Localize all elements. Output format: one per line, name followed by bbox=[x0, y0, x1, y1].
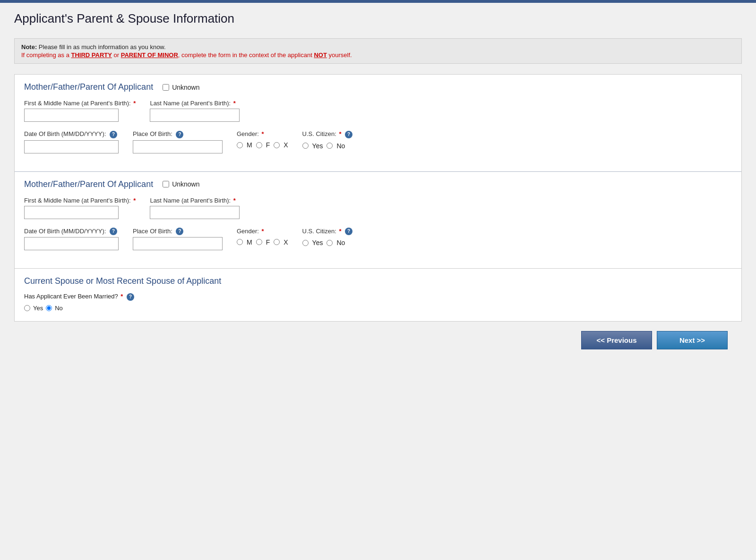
parent2-header: Mother/Father/Parent Of Applicant Unknow… bbox=[24, 179, 732, 189]
parent1-dob-group: Date Of Birth (MM/DD/YYYY): ? bbox=[24, 130, 119, 153]
parent2-gender-required: * bbox=[262, 228, 264, 235]
parent2-gender-options: M F X bbox=[237, 238, 288, 246]
bottom-nav: << Previous Next >> bbox=[14, 322, 742, 359]
parent2-gender-m-radio[interactable] bbox=[237, 239, 243, 245]
parent2-citizen-yes-label: Yes bbox=[312, 239, 323, 246]
parent1-last-name-input[interactable] bbox=[150, 109, 240, 122]
parent2-gender-x-label: X bbox=[284, 238, 288, 246]
married-question: Has Applicant Ever Been Married? * ? bbox=[24, 293, 732, 301]
parent2-last-name-group: Last Name (at Parent's Birth): * bbox=[150, 197, 240, 219]
parent2-name-row: First & Middle Name (at Parent's Birth):… bbox=[24, 197, 732, 219]
parent1-first-name-label: First & Middle Name (at Parent's Birth):… bbox=[24, 100, 136, 107]
parent2-gender-f-radio[interactable] bbox=[256, 239, 262, 245]
parent1-last-name-label: Last Name (at Parent's Birth): * bbox=[150, 100, 240, 107]
parent1-last-name-required: * bbox=[233, 100, 236, 107]
parent1-gender-required: * bbox=[262, 130, 264, 137]
parent1-pob-help-icon[interactable]: ? bbox=[176, 131, 183, 138]
parent1-gender-x-radio[interactable] bbox=[274, 142, 280, 148]
parent1-citizen-yes-label: Yes bbox=[312, 142, 323, 150]
married-no-radio[interactable] bbox=[46, 305, 52, 311]
parent2-dob-label: Date Of Birth (MM/DD/YYYY): ? bbox=[24, 228, 119, 236]
parent1-name-row: First & Middle Name (at Parent's Birth):… bbox=[24, 100, 732, 122]
parent1-last-name-group: Last Name (at Parent's Birth): * bbox=[150, 100, 240, 122]
parent1-pob-label: Place Of Birth: ? bbox=[133, 130, 223, 138]
spouse-title: Current Spouse or Most Recent Spouse of … bbox=[24, 276, 732, 286]
parent1-gender-m-radio[interactable] bbox=[237, 142, 243, 148]
parent1-unknown-checkbox[interactable] bbox=[163, 84, 169, 91]
parent2-unknown-checkbox[interactable] bbox=[163, 181, 169, 187]
parent2-dob-help-icon[interactable]: ? bbox=[110, 228, 117, 235]
parent1-inner: Mother/Father/Parent Of Applicant Unknow… bbox=[15, 75, 741, 171]
parent1-citizen-group: U.S. Citizen: * ? Yes No bbox=[302, 130, 353, 153]
page-title: Applicant's Parent & Spouse Information bbox=[14, 11, 742, 30]
parent1-unknown-label[interactable]: Unknown bbox=[172, 84, 199, 91]
married-yes-radio[interactable] bbox=[24, 305, 30, 311]
parent2-gender-x-radio[interactable] bbox=[274, 239, 280, 245]
parent1-unknown-group: Unknown bbox=[163, 84, 199, 91]
parent2-citizen-no-radio[interactable] bbox=[326, 240, 333, 246]
parent2-first-name-input[interactable] bbox=[24, 206, 119, 219]
parent1-gender-f-label: F bbox=[266, 141, 270, 149]
parent1-gender-f-radio[interactable] bbox=[256, 142, 262, 148]
parent2-pob-group: Place Of Birth: ? bbox=[133, 228, 223, 251]
parent1-section: Mother/Father/Parent Of Applicant Unknow… bbox=[14, 74, 742, 269]
parent1-citizen-yes-radio[interactable] bbox=[302, 143, 309, 149]
parent2-gender-label: Gender: * bbox=[237, 228, 288, 235]
parent2-gender-group: Gender: * M F X bbox=[237, 228, 288, 251]
parent1-header: Mother/Father/Parent Of Applicant Unknow… bbox=[24, 82, 732, 92]
note-body: Please fill in as much information as yo… bbox=[39, 43, 166, 51]
parent2-citizen-label: U.S. Citizen: * ? bbox=[302, 228, 353, 236]
parent1-citizen-no-label: No bbox=[336, 142, 345, 150]
note-box: Note: Please fill in as much information… bbox=[14, 38, 742, 64]
married-question-label: Has Applicant Ever Been Married? bbox=[24, 293, 118, 300]
married-options-row: Yes No bbox=[24, 305, 732, 312]
parent2-citizen-group: U.S. Citizen: * ? Yes No bbox=[302, 228, 353, 251]
parent1-pob-input[interactable] bbox=[133, 140, 223, 153]
parent1-gender-label: Gender: * bbox=[237, 130, 288, 137]
parent2-citizen-no-label: No bbox=[336, 239, 345, 246]
spouse-section: Current Spouse or Most Recent Spouse of … bbox=[14, 269, 742, 322]
parent2-last-name-input[interactable] bbox=[150, 206, 240, 219]
parent2-first-name-label: First & Middle Name (at Parent's Birth):… bbox=[24, 197, 136, 204]
parent1-dob-input[interactable] bbox=[24, 140, 119, 153]
parent2-pob-help-icon[interactable]: ? bbox=[176, 228, 183, 235]
parent1-gender-options: M F X bbox=[237, 141, 288, 149]
parent2-dob-input[interactable] bbox=[24, 237, 119, 250]
parent2-citizen-help-icon[interactable]: ? bbox=[345, 228, 352, 235]
parent1-citizen-required: * bbox=[339, 130, 341, 137]
parent1-gender-group: Gender: * M F X bbox=[237, 130, 288, 153]
parent1-first-name-required: * bbox=[133, 100, 136, 107]
married-help-icon[interactable]: ? bbox=[127, 293, 134, 301]
warning-text: If completing as a THIRD PARTY or PARENT… bbox=[21, 51, 735, 59]
parent1-first-name-input[interactable] bbox=[24, 109, 119, 122]
parent2-title: Mother/Father/Parent Of Applicant bbox=[24, 179, 153, 189]
parent2-inner: Mother/Father/Parent Of Applicant Unknow… bbox=[15, 171, 741, 269]
parent2-citizen-required: * bbox=[339, 228, 341, 235]
parent2-citizen-yes-radio[interactable] bbox=[302, 240, 309, 246]
parent2-unknown-label[interactable]: Unknown bbox=[172, 180, 199, 188]
next-button[interactable]: Next >> bbox=[657, 331, 728, 349]
parent1-dob-help-icon[interactable]: ? bbox=[110, 131, 117, 138]
note-text: Note: Please fill in as much information… bbox=[21, 43, 735, 51]
parent1-citizen-help-icon[interactable]: ? bbox=[345, 131, 352, 138]
note-label: Note: bbox=[21, 43, 37, 51]
parent2-unknown-group: Unknown bbox=[163, 180, 199, 188]
parent2-first-name-group: First & Middle Name (at Parent's Birth):… bbox=[24, 197, 136, 219]
parent2-pob-input[interactable] bbox=[133, 237, 223, 250]
parent1-pob-group: Place Of Birth: ? bbox=[133, 130, 223, 153]
parent1-citizen-label: U.S. Citizen: * ? bbox=[302, 130, 353, 138]
parent2-first-name-required: * bbox=[133, 197, 136, 204]
parent2-gender-m-label: M bbox=[247, 238, 252, 246]
parent1-citizen-no-radio[interactable] bbox=[326, 143, 333, 149]
page-wrapper: Applicant's Parent & Spouse Information … bbox=[0, 0, 756, 560]
parent2-citizen-options: Yes No bbox=[302, 239, 353, 246]
parent2-dob-group: Date Of Birth (MM/DD/YYYY): ? bbox=[24, 228, 119, 251]
parent2-last-name-label: Last Name (at Parent's Birth): * bbox=[150, 197, 240, 204]
content-area: Applicant's Parent & Spouse Information … bbox=[0, 3, 756, 373]
parent1-title: Mother/Father/Parent Of Applicant bbox=[24, 82, 153, 92]
parent2-gender-f-label: F bbox=[266, 238, 270, 246]
parent1-first-name-group: First & Middle Name (at Parent's Birth):… bbox=[24, 100, 136, 122]
parent1-details-row: Date Of Birth (MM/DD/YYYY): ? Place Of B… bbox=[24, 130, 732, 153]
previous-button[interactable]: << Previous bbox=[581, 331, 652, 349]
parent1-dob-label: Date Of Birth (MM/DD/YYYY): ? bbox=[24, 130, 119, 138]
